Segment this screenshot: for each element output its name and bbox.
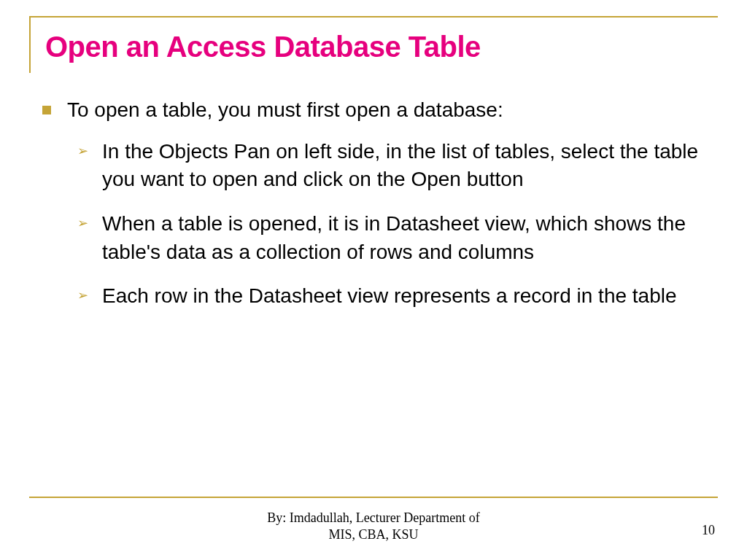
- arrow-bullet-icon: ➢: [77, 287, 88, 305]
- left-border-line: [29, 16, 31, 73]
- footer-line1: By: Imdadullah, Lecturer Department of: [0, 510, 747, 526]
- bullet-text: Each row in the Datasheet view represent…: [102, 284, 677, 307]
- bullet-level2: ➢ When a table is opened, it is in Datas…: [39, 210, 708, 266]
- bullet-text: In the Objects Pan on left side, in the …: [102, 140, 698, 191]
- bullet-level2: ➢ In the Objects Pan on left side, in th…: [39, 138, 708, 194]
- footer-attribution: By: Imdadullah, Lecturer Department of M…: [0, 510, 747, 542]
- page-number: 10: [702, 523, 715, 538]
- bottom-border-line: [29, 497, 718, 498]
- arrow-bullet-icon: ➢: [77, 214, 88, 233]
- bullet-text: To open a table, you must first open a d…: [67, 98, 503, 121]
- top-border-line: [29, 16, 718, 18]
- bullet-level1: To open a table, you must first open a d…: [39, 96, 708, 125]
- bullet-level2: ➢ Each row in the Datasheet view represe…: [39, 282, 708, 311]
- bullet-text: When a table is opened, it is in Datashe…: [102, 212, 686, 263]
- slide-content: To open a table, you must first open a d…: [39, 96, 708, 327]
- square-bullet-icon: [42, 106, 51, 114]
- footer-line2: MIS, CBA, KSU: [0, 526, 747, 543]
- slide-title: Open an Access Database Table: [45, 31, 481, 63]
- arrow-bullet-icon: ➢: [77, 142, 88, 160]
